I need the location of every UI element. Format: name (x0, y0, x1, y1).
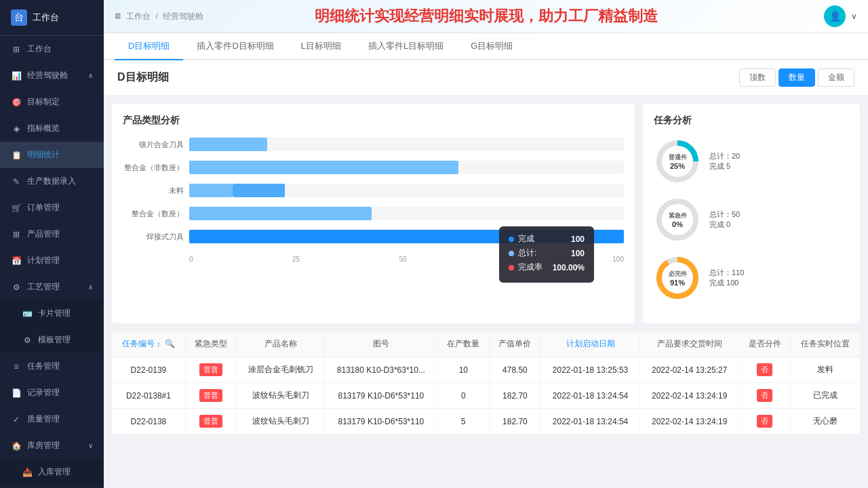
sidebar-item-dashboard[interactable]: 📊 经营驾驶舱 ∧ (0, 62, 104, 89)
bar-label-2: 整合金（非数座） (123, 163, 184, 173)
sidebar-item-label: 目标制定 (27, 96, 93, 108)
donut-center-2: 紧急件 0% (669, 211, 687, 228)
tooltip-label-1: 完成 (518, 233, 567, 245)
target-icon: 🎯 (11, 98, 22, 107)
col-delivery: 产品要求交货时间 (640, 331, 739, 357)
sidebar-item-inbound[interactable]: 📥 入库管理 (0, 459, 104, 485)
cell-unit-value: 182.70 (489, 409, 540, 434)
sidebar-item-quality[interactable]: ✓ 质量管理 (0, 406, 104, 432)
donut-pct-3: 91% (669, 279, 687, 287)
dropdown-icon[interactable]: ∨ (851, 12, 857, 21)
avatar-button[interactable]: 👤 (824, 5, 846, 27)
breadcrumb-dashboard[interactable]: 经营驾驶舱 (163, 12, 203, 21)
col-qty: 在产数量 (437, 331, 489, 357)
axis-25: 25 (292, 256, 300, 263)
indicator-icon: ◈ (11, 124, 22, 134)
tooltip-dot-1 (509, 237, 514, 242)
tooltip-label-2: 总计: (518, 247, 567, 259)
sidebar-item-plan[interactable]: 📅 计划管理 (0, 247, 104, 274)
data-table-wrap: 任务编号 ↕ 🔍 紧急类型 产品名称 图号 在产数量 产值单价 计划启动日期 产… (112, 331, 860, 434)
col-is-part: 是否分件 (739, 331, 791, 357)
tooltip-dot-3 (509, 265, 514, 270)
col-task-no[interactable]: 任务编号 ↕ 🔍 (112, 331, 185, 357)
sidebar-item-card[interactable]: 🪪 卡片管理 (0, 300, 104, 327)
cell-start-date: 2022-01-18 13:24:54 (541, 409, 640, 434)
search-icon[interactable]: 🔍 (165, 339, 175, 348)
sidebar-item-production[interactable]: ✎ 生产数据录入 (0, 168, 104, 195)
sidebar-item-label: 卡片管理 (38, 308, 93, 319)
cell-task-no: D22-0138 (112, 409, 185, 434)
header-banner: ≡ 工作台 / 经营驾驶舱 明细统计实现经营明细实时展现，助力工厂精益制造 👤 … (104, 0, 868, 33)
donut-total-1: 总计：20 (709, 151, 740, 161)
tooltip-row-1: 完成 100 (509, 233, 585, 245)
breadcrumb: 工作台 / 经营驾驶舱 (126, 11, 203, 22)
bar-label-3: 未料 (123, 186, 184, 196)
donut-info-3: 总计：110 完成 100 (709, 268, 744, 288)
col-product: 产品名称 (237, 331, 324, 357)
sidebar-item-label: 库房管理 (27, 440, 83, 451)
tab-l-detail[interactable]: L目标明细 (288, 33, 355, 60)
sidebar-item-order[interactable]: 🛒 订单管理 (0, 195, 104, 221)
tab-insert-l[interactable]: 插入零件L目标明细 (355, 33, 457, 60)
sidebar-item-label: 生产数据录入 (27, 176, 93, 187)
tab-d-detail[interactable]: D目标明细 (115, 33, 183, 60)
sidebar-item-label: 模板管理 (38, 334, 93, 346)
sidebar-item-task[interactable]: ≡ 任务管理 (0, 353, 104, 380)
bar-row-4: 整合金（数座） (123, 207, 624, 220)
page-header: D目标明细 顶数 数量 金额 (104, 60, 868, 96)
tab-g-detail[interactable]: G目标明细 (457, 33, 526, 60)
sidebar-item-label: 任务管理 (27, 361, 93, 372)
bar-fill-1 (189, 138, 267, 151)
product-icon: ⊞ (11, 230, 22, 239)
sidebar-item-label: 订单管理 (27, 202, 93, 214)
sidebar-item-warehouse[interactable]: 🏠 库房管理 ∨ (0, 432, 104, 459)
donut-pct-1: 25% (669, 162, 687, 170)
sidebar-item-label: 计划管理 (27, 255, 93, 266)
charts-row: 产品类型分析 镶片合金刀具 整合金（非数座） (104, 96, 868, 331)
filter-count-btn[interactable]: 顶数 (739, 68, 776, 87)
tooltip-value-2: 100 (571, 249, 585, 258)
content-area: D目标明细 插入零件D目标明细 L目标明细 插入零件L目标明细 G目标明细 D目… (104, 33, 868, 488)
cell-location: 已完成 (791, 383, 860, 409)
bar-row-1: 镶片合金刀具 (123, 138, 624, 151)
cell-qty: 0 (437, 383, 489, 409)
order-icon: 🛒 (11, 203, 22, 213)
col-urgent: 紧急类型 (185, 331, 237, 357)
chevron-down-icon: ∨ (88, 442, 93, 449)
sidebar-item-stats[interactable]: 📋 明细统计 (0, 142, 104, 168)
breadcrumb-workbench[interactable]: 工作台 (126, 12, 151, 21)
sidebar-item-process[interactable]: ⚙ 工艺管理 ∧ (0, 274, 104, 300)
header-right: 👤 ∨ (824, 5, 857, 27)
bar-row-2: 整合金（非数座） (123, 161, 624, 174)
cell-unit-value: 478.50 (489, 357, 540, 383)
table-row: D22-0138#1 普普 波纹钻头毛刺刀 813179 K10-D6*53*1… (112, 383, 860, 409)
filter-amount-btn[interactable]: 金额 (818, 68, 854, 87)
col-start-date[interactable]: 计划启动日期 (541, 331, 640, 357)
menu-icon[interactable]: ≡ (115, 10, 121, 22)
sidebar-item-record[interactable]: 📄 记录管理 (0, 380, 104, 406)
sidebar-logo[interactable]: 台 工作台 (0, 0, 104, 36)
product-chart-card: 产品类型分析 镶片合金刀具 整合金（非数座） (112, 104, 635, 323)
cell-product: 波纹钻头毛刺刀 (237, 383, 324, 409)
warehouse-icon: 🏠 (11, 441, 22, 451)
cell-delivery: 2022-02-14 13:24:19 (640, 409, 739, 434)
cell-is-part: 否 (739, 409, 791, 434)
task-chart-card: 任务分析 普通件 25% 总计：20 (643, 104, 860, 323)
tooltip-dot-2 (509, 251, 514, 256)
donut-info-2: 总计：50 完成 0 (709, 209, 740, 230)
sidebar-item-workbench[interactable]: ⊞ 工作台 (0, 36, 104, 62)
sidebar-item-target[interactable]: 🎯 目标制定 (0, 89, 104, 115)
stats-icon: 📋 (11, 150, 22, 160)
sidebar-item-label: 工艺管理 (27, 281, 83, 293)
bar-track-4 (189, 207, 624, 220)
sidebar-item-indicator[interactable]: ◈ 指标概览 (0, 115, 104, 142)
sidebar-item-label: 记录管理 (27, 387, 93, 399)
table-row: D22-0138 普普 波纹钻头毛刺刀 813179 K10-D6*53*110… (112, 409, 860, 434)
tooltip-value-3: 100.00% (553, 263, 585, 272)
donut-row-2: 紧急件 0% 总计：50 完成 0 (654, 196, 849, 243)
filter-data-btn[interactable]: 数量 (778, 68, 815, 87)
sidebar-item-product[interactable]: ⊞ 产品管理 (0, 221, 104, 247)
axis-0: 0 (189, 256, 193, 263)
tab-insert-d[interactable]: 插入零件D目标明细 (183, 33, 287, 60)
sidebar-item-template[interactable]: ⚙ 模板管理 (0, 327, 104, 353)
